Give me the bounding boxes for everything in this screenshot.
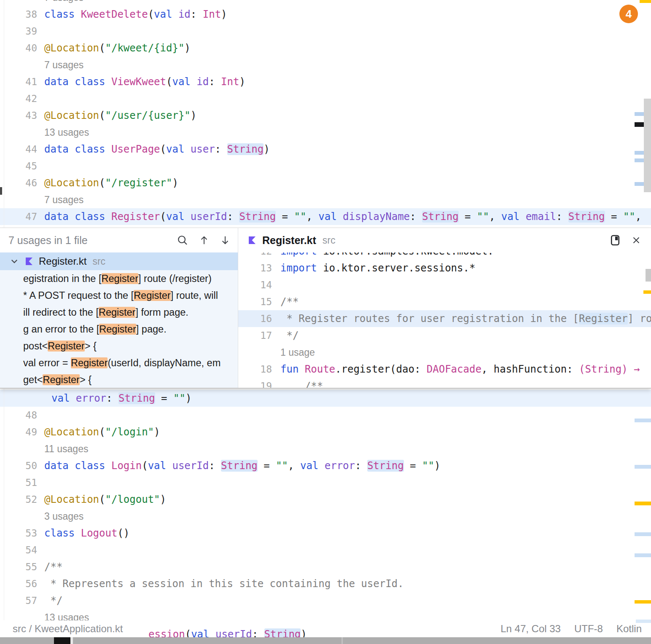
problems-count-badge[interactable]: 4 xyxy=(619,5,638,23)
line-number: 54 xyxy=(0,542,37,558)
line-number: 51 xyxy=(0,474,37,491)
line-number: 49 xyxy=(0,424,37,440)
usages-popup-header: 7 usages in 1 file xyxy=(0,228,238,252)
strip-segment-gap xyxy=(70,637,73,644)
code-text: class KweetDelete(val id: Int) xyxy=(37,6,227,23)
code-text: class Logout() xyxy=(37,525,129,542)
error-stripe-mark[interactable] xyxy=(636,620,651,623)
code-line[interactable]: 55/** xyxy=(0,558,651,575)
editor-pane-bottom[interactable]: val error: String = "")4849@Location("/l… xyxy=(0,389,651,637)
code-line[interactable]: 40@Location("/kweet/{id}") xyxy=(0,40,651,56)
line-number xyxy=(0,508,37,525)
code-line[interactable]: 54 xyxy=(0,542,651,558)
usages-hint-text: 7 usages xyxy=(37,0,83,6)
usages-hint-text: 11 usages xyxy=(37,440,88,457)
code-line[interactable]: 48 xyxy=(0,407,651,424)
usage-row[interactable]: val error = Register(userId, displayName… xyxy=(0,354,238,371)
usages-list-panel: 7 usages in 1 file Register.kt src egist… xyxy=(0,228,238,388)
close-icon[interactable] xyxy=(631,235,642,246)
line-number: 14 xyxy=(238,276,272,293)
line-number: 17 xyxy=(238,327,272,344)
open-in-editor-icon[interactable] xyxy=(610,234,621,246)
error-stripe-mark[interactable] xyxy=(635,553,651,557)
code-text: @Location("/logout") xyxy=(37,491,166,508)
code-text: */ xyxy=(272,327,299,344)
error-stripe-mark[interactable] xyxy=(640,0,651,3)
next-usage-arrow-icon[interactable] xyxy=(219,234,231,246)
code-line[interactable]: 44data class UserPage(val user: String) xyxy=(0,141,651,158)
code-text: data class Register(val userId: String =… xyxy=(37,208,641,225)
inlay-usages-hint[interactable]: 11 usages xyxy=(0,440,651,457)
line-number: 55 xyxy=(0,558,37,575)
code-line[interactable]: 51 xyxy=(0,474,651,491)
code-line[interactable]: 49@Location("/login") xyxy=(0,424,651,440)
code-text: * Register routes for user registration … xyxy=(272,310,651,327)
error-stripe-mark[interactable] xyxy=(635,532,651,536)
file-group-row[interactable]: Register.kt src xyxy=(0,252,238,270)
error-stripe-mark[interactable] xyxy=(635,502,651,505)
code-line[interactable]: 42 xyxy=(0,90,651,107)
preview-file-location: src xyxy=(323,235,336,246)
code-line[interactable]: 43@Location("/user/{user}") xyxy=(0,107,651,124)
breadcrumb[interactable]: src / KweetApplication.kt xyxy=(0,620,146,637)
file-location: src xyxy=(92,256,105,267)
code-line[interactable]: 16 * Register routes for user registrati… xyxy=(238,310,651,327)
chevron-down-icon[interactable] xyxy=(10,257,19,266)
line-number: 53 xyxy=(0,525,37,542)
usage-row[interactable]: * A POST request to the [Register] route… xyxy=(0,287,238,304)
usage-row[interactable]: g an error to the [Register] page. xyxy=(0,321,238,338)
window-bottom-strip xyxy=(0,637,651,644)
code-line[interactable]: 56 * Represents a session in this site c… xyxy=(0,575,651,592)
code-line[interactable]: 19 /** xyxy=(238,378,651,388)
code-line[interactable]: 52@Location("/logout") xyxy=(0,491,651,508)
code-line[interactable]: val error: String = "") xyxy=(0,390,651,407)
line-number: 40 xyxy=(0,40,37,56)
inlay-usages-hint[interactable]: 7 usages xyxy=(0,0,651,6)
error-stripe-mark[interactable] xyxy=(643,290,651,294)
usage-row[interactable]: get<Register> { xyxy=(0,371,238,388)
code-line[interactable]: 17 */ xyxy=(238,327,651,344)
show-usages-popup: 7 usages in 1 file Register.kt src egist… xyxy=(0,228,651,389)
language-indicator[interactable]: Kotlin xyxy=(616,623,642,635)
code-line[interactable]: 46@Location("/register") xyxy=(0,174,651,191)
code-text: data class ViewKweet(val id: Int) xyxy=(37,73,245,90)
inlay-usages-hint[interactable]: 7 usages xyxy=(0,191,651,208)
code-text: @Location("/user/{user}") xyxy=(37,107,196,124)
code-line[interactable]: 57 */ xyxy=(0,592,651,609)
encoding-indicator[interactable]: UTF-8 xyxy=(574,623,603,635)
code-line[interactable]: 14 xyxy=(238,276,651,293)
code-line[interactable]: 18fun Route.register(dao: DAOFacade, has… xyxy=(238,361,651,378)
search-icon[interactable] xyxy=(176,234,189,247)
code-line[interactable]: 45 xyxy=(0,158,651,174)
code-line[interactable]: 47data class Register(val userId: String… xyxy=(0,208,651,225)
code-line[interactable]: 13import io.ktor.server.sessions.* xyxy=(238,260,651,276)
inlay-usages-hint[interactable]: 1 usage xyxy=(238,344,651,361)
code-text: /** xyxy=(37,558,62,575)
code-line[interactable]: 41data class ViewKweet(val id: Int) xyxy=(0,73,651,90)
usage-row[interactable]: post<Register> { xyxy=(0,338,238,354)
usage-row[interactable]: ill redirect to the [Register] form page… xyxy=(0,304,238,321)
error-stripe-mark[interactable] xyxy=(635,419,651,422)
preview-file-name: Register.kt xyxy=(262,234,316,247)
usage-row[interactable]: egistration in the [Register] route (/re… xyxy=(0,270,238,287)
code-line[interactable]: 15/** xyxy=(238,293,651,310)
code-line[interactable]: 50data class Login(val userId: String = … xyxy=(0,457,651,474)
line-col-indicator[interactable]: Ln 47, Col 33 xyxy=(500,623,561,635)
line-number: 19 xyxy=(238,378,272,388)
code-line[interactable]: 39 xyxy=(0,23,651,40)
inlay-usages-hint[interactable]: 3 usages xyxy=(0,508,651,525)
error-stripe-mark[interactable] xyxy=(635,600,651,604)
scrollbar-thumb[interactable] xyxy=(646,269,651,282)
previous-usage-arrow-icon[interactable] xyxy=(198,234,210,246)
line-number: 39 xyxy=(0,23,37,40)
inlay-usages-hint[interactable]: 7 usages xyxy=(0,56,651,73)
code-line[interactable]: 38class KweetDelete(val id: Int) xyxy=(0,6,651,23)
inlay-usages-hint[interactable]: 13 usages xyxy=(0,124,651,141)
code-text: @Location("/kweet/{id}") xyxy=(37,40,191,56)
scrollbar-thumb[interactable] xyxy=(644,99,651,192)
code-text: data class UserPage(val user: String) xyxy=(37,141,270,158)
code-line[interactable]: 53class Logout() xyxy=(0,525,651,542)
error-stripe-mark[interactable] xyxy=(635,465,651,469)
line-number: 18 xyxy=(238,361,272,378)
editor-pane-top[interactable]: 7 usages38class KweetDelete(val id: Int)… xyxy=(0,0,651,228)
